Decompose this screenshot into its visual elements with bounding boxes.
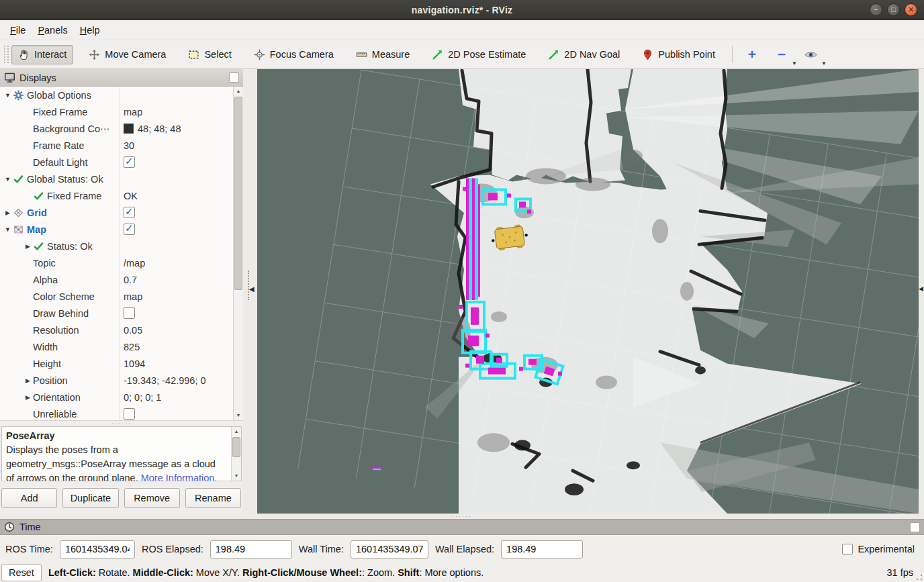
reset-button[interactable]: Reset (1, 564, 42, 581)
viewtool-visibility[interactable]: ▼ (801, 45, 821, 64)
property-value-text[interactable]: 0.7 (124, 275, 137, 285)
tool-2d-pose-estimate[interactable]: 2D Pose Estimate (425, 45, 533, 64)
scrollbar-thumb[interactable] (232, 437, 240, 457)
time-field-input-wall-time[interactable] (351, 540, 428, 559)
property-value-text[interactable]: 1094 (124, 358, 145, 369)
scroll-down-icon[interactable]: ▼ (232, 471, 241, 481)
viewtool-zoom-in[interactable]: + (742, 45, 762, 64)
scrollbar-thumb[interactable] (234, 97, 242, 290)
menu-help[interactable]: Help (74, 22, 106, 38)
tree-row-resolution[interactable]: Resolution0.05 (0, 322, 233, 338)
tree-row-fixed-frame[interactable]: Fixed Framemap (0, 103, 233, 120)
expander-closed-icon[interactable] (23, 243, 33, 250)
tree-row-map[interactable]: Map (0, 221, 233, 238)
tree-row-topic[interactable]: Topic/map (0, 254, 233, 271)
tool-label: Measure (372, 49, 410, 60)
resize-grip[interactable] (916, 574, 923, 581)
button-add[interactable]: Add (1, 488, 57, 508)
tool-focus-camera[interactable]: Focus Camera (247, 45, 340, 64)
property-value: 825 (124, 342, 140, 352)
tree-row-color-scheme[interactable]: Color Schememap (0, 288, 233, 305)
property-checkbox[interactable] (124, 408, 135, 420)
tree-row-draw-behind[interactable]: Draw Behind (0, 305, 233, 322)
expander-closed-icon[interactable] (23, 377, 33, 384)
property-value-text[interactable]: map (124, 291, 142, 302)
tree-row-global-options[interactable]: Global Options (0, 87, 233, 103)
titlebar[interactable]: navigation.rviz* - RViz − □ ✕ (0, 0, 924, 20)
toolbar-drag-handle[interactable] (4, 46, 9, 63)
button-remove[interactable]: Remove (124, 488, 180, 508)
property-checkbox[interactable] (124, 207, 135, 218)
property-value-text[interactable]: 48; 48; 48 (138, 124, 181, 134)
viewtool-zoom-out[interactable]: −▼ (772, 45, 792, 64)
dropdown-caret-icon[interactable]: ▼ (792, 60, 797, 66)
scroll-up-icon[interactable]: ▲ (232, 427, 241, 436)
scroll-up-icon[interactable]: ▲ (234, 87, 243, 96)
color-swatch[interactable] (124, 124, 134, 134)
tool-2d-nav-goal[interactable]: 2D Nav Goal (541, 45, 627, 64)
tree-row-position[interactable]: Position-19.343; -42.996; 0 (0, 372, 233, 389)
experimental-checkbox[interactable] (842, 544, 853, 554)
expander-open-icon[interactable] (3, 92, 13, 99)
property-value-text[interactable]: 825 (124, 342, 140, 352)
more-information-link[interactable]: More Information. (141, 473, 218, 481)
expander-open-icon[interactable] (3, 176, 13, 183)
tool-measure[interactable]: Measure (349, 45, 416, 64)
tree-row-status-ok[interactable]: Status: Ok (0, 238, 233, 254)
expander-closed-icon[interactable] (3, 209, 13, 216)
property-checkbox[interactable] (124, 224, 135, 235)
tool-publish-point[interactable]: Publish Point (635, 45, 722, 64)
tool-move-camera[interactable]: Move Camera (82, 45, 173, 64)
tree-row-grid[interactable]: Grid (0, 204, 233, 221)
time-field-input-ros-elapsed[interactable] (210, 540, 292, 559)
displays-panel-header[interactable]: Displays (0, 69, 243, 87)
tree-description-splitter[interactable]: ······ (0, 421, 243, 426)
property-value-text[interactable]: 30 (124, 140, 134, 151)
tree-row-default-light[interactable]: Default Light (0, 154, 233, 171)
close-button[interactable]: ✕ (905, 3, 917, 16)
displays-float-button[interactable] (229, 72, 239, 83)
menu-file[interactable]: File (4, 22, 32, 38)
collapse-left-icon[interactable]: ◀ (249, 285, 255, 293)
tree-row-fixed-frame[interactable]: Fixed FrameOK (0, 187, 233, 204)
tree-row-width[interactable]: Width825 (0, 338, 233, 355)
tree-row-frame-rate[interactable]: Frame Rate30 (0, 137, 233, 154)
3d-viewport[interactable] (257, 69, 919, 514)
tree-row-height[interactable]: Height1094 (0, 355, 233, 372)
button-rename[interactable]: Rename (185, 488, 241, 508)
viewport-time-splitter[interactable]: ······ (0, 514, 924, 519)
minimize-button[interactable]: − (870, 3, 882, 16)
property-checkbox[interactable] (124, 307, 135, 319)
button-duplicate[interactable]: Duplicate (62, 488, 118, 508)
maximize-button[interactable]: □ (887, 3, 900, 16)
time-panel-header[interactable]: Time (0, 519, 924, 535)
tree-row-background-co[interactable]: Background Co⋯48; 48; 48 (0, 120, 233, 137)
property-value-text[interactable]: OK (124, 191, 138, 201)
scroll-down-icon[interactable]: ▼ (234, 411, 243, 420)
property-value-text[interactable]: /map (124, 258, 145, 269)
menu-panels[interactable]: Panels (32, 22, 73, 38)
property-value-text[interactable]: 0.05 (124, 325, 142, 336)
property-value-text[interactable]: -19.343; -42.996; 0 (124, 375, 206, 386)
property-value-text[interactable]: 0; 0; 0; 1 (124, 392, 161, 403)
right-panel-handle[interactable]: ◀ (919, 69, 924, 514)
expander-open-icon[interactable] (3, 226, 13, 233)
tree-row-unreliable[interactable]: Unreliable (0, 405, 233, 421)
tree-row-orientation[interactable]: Orientation0; 0; 0; 1 (0, 389, 233, 405)
expander-closed-icon[interactable] (23, 394, 33, 401)
time-field-input-wall-elapsed[interactable] (501, 540, 583, 559)
collapse-right-icon[interactable]: ◀ (919, 285, 923, 292)
tree-row-global-status-ok[interactable]: Global Status: Ok (0, 171, 233, 187)
tool-interact[interactable]: Interact (11, 45, 73, 64)
experimental-checkbox-label[interactable]: Experimental (842, 544, 915, 554)
displays-viewport-splitter[interactable]: ◀ (243, 69, 257, 514)
time-float-button[interactable] (910, 522, 920, 532)
dropdown-caret-icon[interactable]: ▼ (821, 60, 827, 66)
property-value-text[interactable]: map (124, 107, 142, 117)
tree-row-alpha[interactable]: Alpha0.7 (0, 271, 233, 288)
time-field-input-ros-time[interactable] (60, 540, 135, 559)
property-checkbox[interactable] (124, 156, 135, 168)
tool-select[interactable]: Select (181, 45, 238, 64)
tree-scrollbar[interactable]: ▲▼ (233, 87, 243, 420)
description-scrollbar[interactable]: ▲▼ (231, 427, 241, 481)
